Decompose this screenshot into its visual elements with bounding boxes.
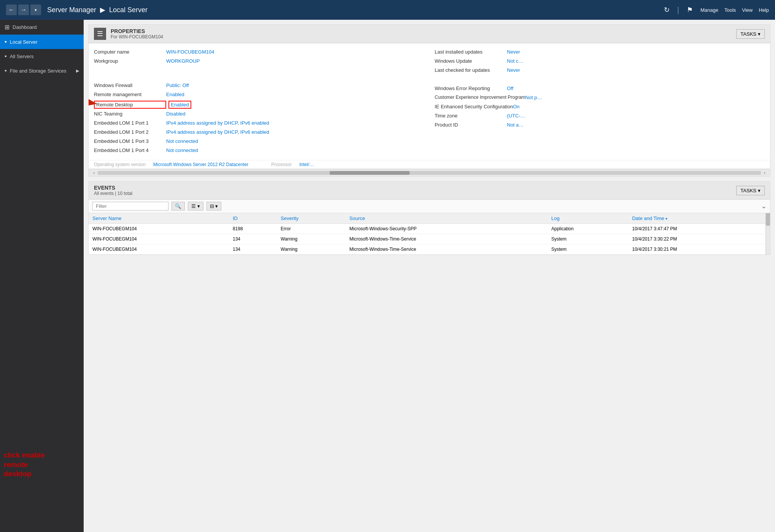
prop-computer-name: Computer name WIN-FOCUBEGM104 [94, 48, 424, 57]
events-scroll-thumb[interactable] [766, 213, 770, 226]
col-datetime[interactable]: Date and Time ▾ [628, 213, 770, 224]
dashboard-icon: ⊞ [5, 24, 10, 31]
events-filter-input[interactable] [92, 202, 168, 211]
col-severity[interactable]: Severity [277, 213, 346, 224]
sidebar-item-dashboard[interactable]: ⊞ Dashboard [0, 20, 84, 35]
scroll-track[interactable] [98, 171, 761, 175]
prop-bottom-row: Operating system version Microsoft Windo… [89, 160, 770, 169]
properties-icon: ☰ [94, 28, 106, 40]
left-prop-column: Computer name WIN-FOCUBEGM104 Workgroup … [89, 46, 429, 157]
sidebar-item-file-storage[interactable]: ▪ File and Storage Services ▶ [0, 63, 84, 78]
click-annotation: click enable remote desktop [4, 451, 45, 479]
refresh-icon[interactable]: ↻ [664, 6, 670, 14]
cell-severity: Warning [277, 244, 346, 255]
prop-timezone: Time zone (UTC-… [435, 112, 765, 121]
cell-severity: Warning [277, 234, 346, 244]
prop-product-id: Product ID Not a… [435, 121, 765, 130]
events-vertical-scrollbar[interactable] [765, 213, 770, 255]
scroll-left-arrow[interactable]: ‹ [90, 169, 98, 177]
events-filter-tool-button[interactable]: ⊟ ▾ [206, 202, 222, 211]
events-table-header: Server Name ID Severity Source Log Date … [89, 213, 770, 224]
prop-spacer2 [435, 75, 765, 84]
events-filter-search-button[interactable]: 🔍 [172, 202, 185, 211]
col-log[interactable]: Log [548, 213, 628, 224]
cell-id: 134 [229, 234, 277, 244]
page-title-label: Local Server [109, 6, 148, 14]
right-prop-column: Last installed updates Never Windows Upd… [429, 46, 770, 157]
properties-title: PROPERTIES [111, 28, 163, 34]
properties-subtitle: For WIN-FOCUBEGM104 [111, 34, 163, 40]
table-row[interactable]: WIN-FOCUBEGM104 134 Warning Microsoft-Wi… [89, 234, 770, 244]
sidebar-item-all-servers[interactable]: ▪ All Servers [0, 49, 84, 63]
properties-header: ☰ PROPERTIES For WIN-FOCUBEGM104 TASKS ▾ [89, 25, 770, 43]
events-section: EVENTS All events | 10 total TASKS ▾ 🔍 ☰… [88, 181, 770, 255]
sidebar-item-local-server[interactable]: ▪ Local Server [0, 35, 84, 49]
cell-source: Microsoft-Windows-Security-SPP [346, 224, 548, 234]
col-source[interactable]: Source [346, 213, 548, 224]
menu-manage[interactable]: Manage [700, 7, 718, 13]
sidebar-item-dashboard-label: Dashboard [13, 24, 37, 30]
prop-remote-desktop[interactable]: Remote Desktop Enabled [94, 100, 424, 110]
sidebar-item-file-storage-label: File and Storage Services [10, 68, 67, 74]
file-storage-icon: ▪ [5, 67, 7, 74]
table-row[interactable]: WIN-FOCUBEGM104 134 Warning Microsoft-Wi… [89, 244, 770, 255]
cell-datetime: 10/4/2017 3:30:21 PM [628, 244, 770, 255]
cell-server: WIN-FOCUBEGM104 [89, 234, 229, 244]
forward-button[interactable]: → [18, 5, 29, 15]
properties-tasks-button[interactable]: TASKS ▾ [736, 29, 765, 39]
sidebar-item-local-server-label: Local Server [10, 39, 38, 45]
properties-tasks-label: TASKS [740, 31, 756, 37]
table-row[interactable]: WIN-FOCUBEGM104 8198 Error Microsoft-Win… [89, 224, 770, 234]
back-button[interactable]: ← [6, 5, 17, 15]
prop-ceip: Customer Experience Improvement Program … [435, 93, 765, 103]
flag-icon[interactable]: ⚑ [687, 6, 693, 14]
cell-severity: Error [277, 224, 346, 234]
app-title: Server Manager ▶ Local Server [47, 6, 664, 14]
prop-elom1p3: Embedded LOM 1 Port 3 Not connected [94, 137, 424, 146]
divider: | [677, 6, 679, 14]
events-tasks-button[interactable]: TASKS ▾ [736, 186, 765, 195]
prop-elom1p4: Embedded LOM 1 Port 4 Not connected [94, 146, 424, 155]
prop-elom1p1: Embedded LOM 1 Port 1 IPv4 address assig… [94, 119, 424, 128]
section-header-left: ☰ PROPERTIES For WIN-FOCUBEGM104 [94, 28, 163, 40]
cell-datetime: 10/4/2017 3:47:47 PM [628, 224, 770, 234]
events-tasks-label: TASKS [740, 188, 756, 193]
col-id[interactable]: ID [229, 213, 277, 224]
title-bar: ← → ▾ Server Manager ▶ Local Server ↻ | … [0, 0, 775, 20]
events-collapse-button[interactable]: ⌄ [761, 203, 766, 210]
properties-section: ☰ PROPERTIES For WIN-FOCUBEGM104 TASKS ▾ [88, 24, 770, 177]
horizontal-scrollbar[interactable]: ‹ › [89, 169, 770, 176]
prop-ie-security: IE Enhanced Security Configuration On [435, 103, 765, 112]
section-title-block: PROPERTIES For WIN-FOCUBEGM104 [111, 28, 163, 40]
menu-view[interactable]: View [742, 7, 753, 13]
events-list-tool-button[interactable]: ☰ ▾ [188, 202, 203, 211]
cell-log: Application [548, 224, 628, 234]
menu-help[interactable]: Help [759, 7, 769, 13]
sort-arrow-icon: ▾ [665, 217, 667, 221]
scroll-thumb[interactable] [330, 171, 409, 175]
prop-nic-teaming: NIC Teaming Disabled [94, 110, 424, 119]
prop-remote-management: Remote management Enabled [94, 90, 424, 100]
prop-last-installed: Last installed updates Never [435, 48, 765, 57]
prop-error-reporting: Windows Error Reporting Off [435, 84, 765, 93]
nav-buttons: ← → ▾ [6, 5, 41, 15]
cell-source: Microsoft-Windows-Time-Service [346, 234, 548, 244]
cell-log: System [548, 244, 628, 255]
dropdown-button[interactable]: ▾ [30, 5, 41, 15]
prop-workgroup: Workgroup WORKGROUP [94, 57, 424, 66]
properties-grid: Computer name WIN-FOCUBEGM104 Workgroup … [89, 43, 770, 160]
prop-elom1p2: Embedded LOM 1 Port 2 IPv4 address assig… [94, 128, 424, 137]
prop-windows-firewall: Windows Firewall Public: Off [94, 81, 424, 90]
menu-tools[interactable]: Tools [724, 7, 736, 13]
events-table-body: WIN-FOCUBEGM104 8198 Error Microsoft-Win… [89, 224, 770, 255]
all-servers-icon: ▪ [5, 53, 7, 60]
col-server-name[interactable]: Server Name [89, 213, 229, 224]
events-table: Server Name ID Severity Source Log Date … [89, 213, 770, 255]
sidebar: ⊞ Dashboard ▪ Local Server ▪ All Servers… [0, 20, 84, 532]
events-table-container: Server Name ID Severity Source Log Date … [89, 213, 770, 255]
events-header: EVENTS All events | 10 total TASKS ▾ [89, 182, 770, 200]
events-title: EVENTS [94, 185, 132, 191]
cell-server: WIN-FOCUBEGM104 [89, 224, 229, 234]
content-area: ☰ PROPERTIES For WIN-FOCUBEGM104 TASKS ▾ [84, 20, 775, 532]
scroll-right-arrow[interactable]: › [761, 169, 769, 177]
